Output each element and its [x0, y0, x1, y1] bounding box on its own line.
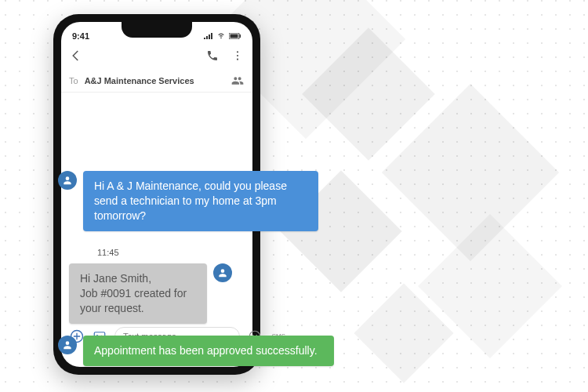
wifi-icon	[216, 31, 226, 41]
svg-rect-1	[230, 34, 238, 38]
app-bar	[61, 42, 252, 69]
phone-screen: 9:41 To A&J Maintenance Services	[61, 22, 252, 367]
recipient-name: A&J Maintenance Services	[85, 76, 224, 85]
message-bubble: Hi A & J Maintenance, could you please s…	[83, 171, 318, 231]
message-bubble: Hi Jane Smith, Job #0091 created for you…	[69, 263, 207, 324]
message-timestamp: 11:45	[97, 248, 119, 257]
call-icon[interactable]	[205, 49, 220, 63]
avatar-icon	[213, 263, 232, 282]
svg-point-3	[237, 51, 238, 53]
phone-frame: 9:41 To A&J Maintenance Services	[53, 14, 260, 375]
status-indicators	[204, 31, 241, 41]
recipient-row: To A&J Maintenance Services	[61, 69, 252, 93]
status-time: 9:41	[72, 31, 89, 41]
svg-point-4	[237, 55, 238, 56]
battery-icon	[229, 31, 241, 41]
back-icon[interactable]	[69, 49, 83, 63]
to-label: To	[69, 76, 78, 85]
more-icon[interactable]	[230, 49, 245, 63]
message-outgoing-2: Appointment has been approved successful…	[58, 336, 334, 366]
phone-notch	[122, 22, 192, 38]
add-recipient-icon[interactable]	[230, 74, 245, 88]
signal-icon	[204, 31, 213, 41]
svg-rect-2	[240, 34, 241, 38]
message-outgoing-1: Hi A & J Maintenance, could you please s…	[58, 171, 318, 231]
message-incoming-1: Hi Jane Smith, Job #0091 created for you…	[22, 263, 232, 324]
avatar-icon	[58, 171, 77, 190]
svg-point-5	[237, 59, 238, 60]
avatar-icon	[58, 336, 77, 354]
message-bubble: Appointment has been approved successful…	[83, 336, 334, 366]
